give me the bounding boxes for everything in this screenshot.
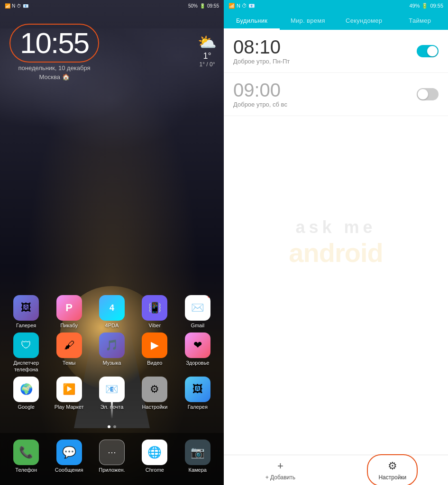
- right-network: N ⏱ 📧: [237, 3, 255, 9]
- tab-alarm[interactable]: Будильник: [224, 11, 280, 30]
- dock-sms[interactable]: 💬 Сообщения: [50, 440, 88, 473]
- alarm-item-1[interactable]: 08:10 Доброе утро, Пн-Пт: [224, 30, 448, 73]
- right-battery-time: 49% 🔋 09:55: [409, 3, 443, 9]
- left-status-bar: 📶 N ⏱ 📧 50% 🔋 09:55: [0, 0, 224, 11]
- dock-phone[interactable]: 📞 Телефон: [7, 440, 45, 473]
- app-label-viber: Viber: [149, 323, 161, 329]
- dock-camera[interactable]: 📷 Камера: [179, 440, 217, 473]
- alarm-item-2[interactable]: 09:00 Доброе утро, сб вс: [224, 73, 448, 116]
- right-phone: 📶 N ⏱ 📧 49% 🔋 09:55 Будильник Мир. время…: [224, 0, 448, 485]
- app-icon-dispatcher: 🛡: [13, 332, 39, 358]
- dock-icon-sms: 💬: [56, 440, 82, 465]
- app-label-email: Эл. почта: [101, 404, 124, 410]
- settings-highlight-oval: [367, 454, 418, 485]
- app-label-4pda: 4PDA: [105, 323, 119, 329]
- app-icon-music: 🎵: [99, 332, 125, 358]
- app-label-music: Музыка: [103, 360, 121, 366]
- app-label-gmail: Gmail: [191, 323, 204, 329]
- clock-time: 10:55: [20, 28, 89, 58]
- app-icon-gallery2: 🖼: [185, 377, 210, 402]
- add-alarm-icon: +: [277, 460, 283, 472]
- app-playmarket[interactable]: ▶️ Play Маркет: [50, 377, 88, 410]
- app-icon-viber: 📳: [142, 295, 167, 321]
- page-dot-2: [113, 425, 116, 428]
- battery-time: 50% 🔋 09:55: [188, 3, 219, 9]
- gmail-badge: [207, 295, 210, 298]
- app-icon-gmail: ✉️: [185, 295, 210, 321]
- app-row-1: 🖼 Галерея P Пикабу 4 4PDA 📳 Vib: [5, 295, 219, 329]
- battery-percent: 50%: [188, 3, 198, 9]
- watermark: ask me android: [289, 217, 383, 268]
- app-music[interactable]: 🎵 Музыка: [93, 332, 131, 372]
- app-icon-playmarket: ▶️: [56, 377, 82, 402]
- app-icon-email: 📧: [99, 377, 125, 402]
- app-pika[interactable]: P Пикабу: [50, 295, 88, 329]
- app-icon-google: 🌍: [13, 377, 39, 402]
- app-label-health: Здоровье: [186, 360, 209, 366]
- right-signal-bars: 📶: [229, 3, 235, 9]
- app-email[interactable]: 📧 Эл. почта: [93, 377, 131, 410]
- app-icon-gallery: 🖼: [13, 295, 39, 321]
- app-row-3: 🌍 Google ▶️ Play Маркет 📧 Эл. почта ⚙: [5, 377, 219, 410]
- clock-widget: 10:55 понедельник, 10 декабря Москва 🏠: [9, 24, 99, 81]
- app-gallery[interactable]: 🖼 Галерея: [7, 295, 45, 329]
- app-themes[interactable]: 🖌 Темы: [50, 332, 88, 372]
- app-label-playmarket: Play Маркет: [55, 404, 84, 410]
- dock-icon-apps: ⋯: [99, 440, 125, 465]
- tabs-bar: Будильник Мир. время Секундомер Таймер: [224, 11, 448, 30]
- weather-range: 1° / 0°: [198, 61, 217, 68]
- app-google[interactable]: 🌍 Google: [7, 377, 45, 410]
- bottom-bar: + + Добавить ⚙ Настройки: [224, 455, 448, 485]
- app-health[interactable]: ❤ Здоровье: [179, 332, 217, 372]
- tab-stopwatch[interactable]: Секундомер: [336, 11, 392, 30]
- app-icon-4pda: 4: [99, 295, 125, 321]
- app-video[interactable]: ▶ Видео: [136, 332, 174, 372]
- page-dot-1: [108, 425, 110, 428]
- alarm-1-time: 08:10: [233, 37, 290, 56]
- dock-label-chrome: Chrome: [146, 467, 164, 473]
- signal-icons: 📶 N ⏱ 📧: [5, 3, 28, 9]
- alarm-2-toggle-knob: [418, 89, 428, 99]
- dock-chrome[interactable]: 🌐 Chrome: [136, 440, 174, 473]
- weather-icon: ⛅: [198, 33, 217, 51]
- location: Москва 🏠: [9, 73, 99, 81]
- signal-bars: 📶: [5, 3, 10, 9]
- weather-widget: ⛅ 1° 1° / 0°: [198, 33, 217, 68]
- status-time: 09:55: [207, 3, 219, 9]
- app-label-video: Видео: [147, 360, 162, 366]
- app-settings[interactable]: ⚙ Настройки: [136, 377, 174, 410]
- app-gmail[interactable]: ✉️ Gmail: [179, 295, 217, 329]
- app-gallery2[interactable]: 🖼 Галерея: [179, 377, 217, 410]
- page-dots: [108, 425, 116, 428]
- alarm-1-toggle[interactable]: [417, 45, 439, 57]
- dock-icon-camera: 📷: [185, 440, 210, 465]
- app-icon-health: ❤: [185, 332, 210, 358]
- app-label-settings: Настройки: [142, 404, 167, 410]
- app-row-2: 🛡 Диспетчер телефона 🖌 Темы 🎵 Музыка ▶: [5, 332, 219, 372]
- tab-timer[interactable]: Таймер: [392, 11, 448, 30]
- app-dispatcher[interactable]: 🛡 Диспетчер телефона: [7, 332, 45, 372]
- dock-apps[interactable]: ⋯ Приложен.: [93, 440, 131, 473]
- alarm-1-label: Доброе утро, Пн-Пт: [233, 58, 290, 65]
- dock-bar: 📞 Телефон 💬 Сообщения ⋯ Приложен. 🌐 Chro…: [0, 433, 224, 485]
- app-label-gallery: Галерея: [16, 323, 36, 329]
- app-label-google: Google: [18, 404, 34, 410]
- watermark-bottom: android: [289, 237, 383, 268]
- dock-label-apps: Приложен.: [99, 467, 125, 473]
- settings-button[interactable]: ⚙ Настройки: [369, 456, 416, 485]
- right-time: 09:55: [430, 3, 443, 9]
- app-icon-themes: 🖌: [56, 332, 82, 358]
- dock-label-camera: Камера: [189, 467, 207, 473]
- app-4pda[interactable]: 4 4PDA: [93, 295, 131, 329]
- app-viber[interactable]: 📳 Viber: [136, 295, 174, 329]
- tab-world-time[interactable]: Мир. время: [280, 11, 336, 30]
- app-label-pika: Пикабу: [60, 323, 78, 329]
- clock-oval: 10:55: [9, 24, 99, 63]
- alarm-2-toggle[interactable]: [417, 88, 439, 100]
- alarm-2-info: 09:00 Доброе утро, сб вс: [233, 81, 287, 108]
- alarm-1-toggle-knob: [427, 46, 438, 56]
- right-battery: 49%: [409, 3, 420, 9]
- app-icon-pika: P: [56, 295, 82, 321]
- app-icon-settings: ⚙: [142, 377, 167, 402]
- add-alarm-button[interactable]: + + Добавить: [256, 456, 305, 485]
